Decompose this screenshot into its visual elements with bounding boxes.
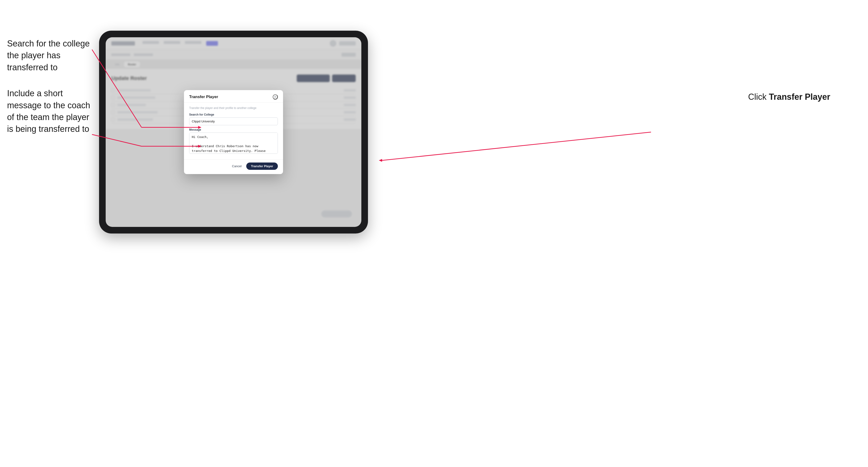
search-college-label: Search for College [189, 113, 278, 116]
annotation-right: Click Transfer Player [748, 92, 830, 102]
modal-title: Transfer Player [189, 95, 218, 99]
modal-footer: Cancel Transfer Player [184, 159, 283, 174]
modal-subtitle: Transfer the player and their profile to… [189, 106, 278, 110]
message-textarea[interactable] [189, 132, 278, 154]
annotation-text-bottom: Include a short message to the coach of … [7, 88, 97, 135]
tablet-screen: Info Roster Update Roster [106, 37, 361, 227]
modal-header: Transfer Player × [184, 90, 283, 102]
search-college-input[interactable] [189, 118, 278, 125]
tablet-device: Info Roster Update Roster [99, 31, 368, 234]
annotation-right-text: Click Transfer Player [748, 92, 830, 102]
annotation-text-top: Search for the college the player has tr… [7, 38, 97, 73]
modal-body: Transfer the player and their profile to… [184, 102, 283, 159]
transfer-player-button[interactable]: Transfer Player [246, 162, 278, 170]
modal-overlay: Transfer Player × Transfer the player an… [106, 37, 361, 227]
transfer-player-modal: Transfer Player × Transfer the player an… [184, 90, 283, 174]
cancel-button[interactable]: Cancel [230, 163, 244, 169]
svg-line-6 [382, 132, 651, 160]
svg-marker-7 [379, 159, 382, 162]
message-label: Message [189, 128, 278, 131]
annotation-left: Search for the college the player has tr… [7, 38, 97, 149]
modal-close-button[interactable]: × [273, 94, 278, 99]
